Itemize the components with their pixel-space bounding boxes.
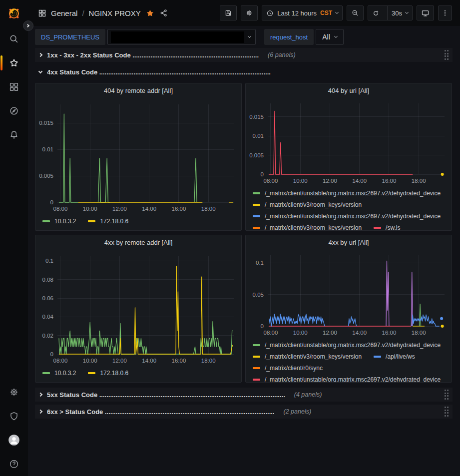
save-icon	[224, 9, 232, 17]
legend-item[interactable]: 10.0.3.2	[42, 370, 76, 377]
panels-grid: 404 by remote addr [All]08:0010:0012:001…	[35, 83, 453, 383]
cycle-view-mode-button[interactable]	[417, 5, 434, 20]
panel-404-by-remote-addr-all-: 404 by remote addr [All]08:0010:0012:001…	[35, 83, 242, 231]
row-header-4xx[interactable]: 4xx Status Code ........................…	[35, 65, 453, 79]
svg-text:08:00: 08:00	[53, 358, 68, 364]
panel-header: 404 by uri [All]	[246, 83, 452, 97]
time-series-chart[interactable]: 08:0010:0012:0014:0016:0018:0000.0050.01…	[35, 97, 241, 214]
more-options-button[interactable]	[438, 5, 452, 20]
legend-item[interactable]: /_matrix/client/unstable/org.matrix.msc2…	[253, 376, 441, 383]
sidebar-item-server-admin[interactable]	[0, 404, 28, 428]
refresh-interval-label: 30s	[392, 9, 402, 17]
panel-title[interactable]: 4xx by remote addr [All]	[104, 239, 173, 246]
breadcrumb-folder[interactable]: General	[51, 9, 77, 17]
sidebar-item-starred[interactable]	[0, 51, 28, 75]
legend-item[interactable]: 172.18.0.6	[88, 370, 128, 377]
svg-text:10:00: 10:00	[83, 358, 97, 364]
sidebar-item-dashboards[interactable]	[0, 75, 28, 99]
row-panel-count: (4 panels)	[294, 391, 322, 398]
panel-title[interactable]: 4xx by uri [All]	[329, 239, 369, 246]
panel-title[interactable]: 404 by remote addr [All]	[104, 87, 173, 94]
help-icon	[8, 459, 19, 470]
avatar	[7, 434, 20, 447]
row-header-1xx[interactable]: 1xx - 3xx - 2xx Status Code ............…	[35, 48, 453, 62]
legend-series-label: /api/live/ws	[386, 353, 415, 360]
legend-item[interactable]: /api/live/ws	[374, 353, 415, 360]
legend-series-label: /_matrix/client/unstable/org.matrix.msc2…	[265, 213, 441, 220]
svg-text:18:00: 18:00	[201, 206, 216, 212]
legend-item[interactable]: /_matrix/client/r0/sync	[253, 365, 323, 372]
row-header-6xx[interactable]: 6xx > Status Code ......................…	[35, 405, 453, 419]
panel-header: 4xx by uri [All]	[246, 235, 452, 249]
refresh-button[interactable]	[368, 6, 384, 20]
request-host-value: All	[322, 33, 330, 41]
time-series-chart[interactable]: 08:0010:0012:0014:0016:0018:0000.020.040…	[35, 249, 241, 366]
share-icon[interactable]	[159, 8, 168, 17]
chevron-right-icon	[38, 393, 42, 397]
save-dashboard-button[interactable]	[220, 5, 237, 20]
sidebar-item-search[interactable]	[0, 27, 28, 51]
legend-series-color	[253, 356, 260, 358]
row-panel-count: (6 panels)	[268, 51, 296, 58]
chevron-down-icon	[405, 10, 409, 14]
sidebar-item-help[interactable]	[0, 452, 28, 476]
legend-row: /_matrix/client/unstable/org.matrix.msc2…	[253, 341, 452, 349]
panel-header: 404 by remote addr [All]	[35, 83, 241, 97]
sidebar-item-configuration[interactable]	[0, 380, 28, 404]
sidebar-item-explore[interactable]	[0, 99, 28, 123]
sidebar-item-alerting[interactable]	[0, 123, 28, 147]
refresh-interval-picker[interactable]: 30s	[387, 6, 412, 20]
sidebar-item-profile[interactable]	[0, 428, 28, 452]
panel-title[interactable]: 404 by uri [All]	[328, 87, 369, 94]
dashboard-header: General / NGINX PROXY	[28, 0, 460, 26]
row-title: 1xx - 3xx - 2xx Status Code ............…	[47, 51, 259, 59]
dashboard-grid: 1xx - 3xx - 2xx Status Code ............…	[28, 48, 460, 476]
svg-text:18:00: 18:00	[201, 358, 216, 364]
legend-item[interactable]: /_matrix/client/unstable/org.matrix.msc2…	[253, 213, 441, 220]
zoom-out-time-button[interactable]	[347, 5, 364, 20]
chevron-right-icon	[38, 53, 42, 57]
legend-series-label: /_matrix/client/v3/room_keys/version	[265, 353, 362, 360]
legend-series-color	[253, 344, 260, 346]
legend-item[interactable]: 172.18.0.6	[88, 218, 128, 225]
legend-item[interactable]: /sw.js	[374, 224, 400, 231]
svg-text:16:00: 16:00	[382, 178, 397, 184]
variable-value-request-host[interactable]: All	[316, 29, 344, 45]
svg-text:0.015: 0.015	[39, 120, 53, 126]
row-header-5xx[interactable]: 5xx Status Code ........................…	[35, 388, 453, 402]
svg-text:16:00: 16:00	[172, 358, 186, 364]
legend-item[interactable]: 10.0.3.2	[42, 218, 76, 225]
legend-item[interactable]: /_matrix/client/v3/room_keys/version	[253, 201, 362, 208]
compass-icon	[8, 105, 19, 116]
row-panel-count: (2 panels)	[283, 408, 311, 415]
dashboard-settings-button[interactable]	[241, 5, 258, 20]
legend-item[interactable]: /_matrix/client/unstable/org.matrix.msc2…	[253, 342, 441, 349]
svg-text:0.01: 0.01	[253, 133, 264, 139]
row-drag-handle[interactable]	[445, 50, 449, 60]
row-drag-handle[interactable]	[445, 407, 449, 417]
search-icon	[8, 33, 19, 44]
legend-item[interactable]: /_matrix/client/unstable/org.matrix.msc2…	[253, 190, 441, 197]
legend-item[interactable]: /_matrix/client/v3/room_keys/version	[253, 353, 362, 360]
dashboard-variables-bar: DS_PROMETHEUS request_host All	[28, 26, 460, 48]
sidebar-expand-button[interactable]	[23, 20, 33, 31]
legend-item[interactable]: /_matrix/client/v3/room_keys/version	[253, 224, 362, 231]
svg-text:18:00: 18:00	[412, 330, 426, 336]
legend-row: /_matrix/client/r0/sync	[253, 364, 452, 372]
time-series-chart[interactable]: 08:0010:0012:0014:0016:0018:0000.050.1	[246, 249, 452, 338]
time-series-chart[interactable]: 08:0010:0012:0014:0016:0018:0000.0050.01…	[246, 97, 452, 186]
legend-row: /_matrix/client/v3/room_keys/version/api…	[253, 352, 452, 361]
time-range-picker[interactable]: Last 12 hours CST	[262, 5, 343, 20]
time-range-label: Last 12 hours	[277, 9, 317, 17]
legend-series-label: 10.0.3.2	[54, 370, 76, 377]
refresh-group: 30s	[368, 5, 413, 20]
favorite-star-icon[interactable]	[145, 8, 155, 18]
variable-value-ds-prometheus[interactable]	[107, 29, 256, 45]
svg-text:14:00: 14:00	[142, 206, 156, 212]
row-drag-handle[interactable]	[445, 390, 449, 400]
panel-404-by-uri-all-: 404 by uri [All]08:0010:0012:0014:0016:0…	[245, 83, 452, 231]
svg-text:0.08: 0.08	[42, 277, 53, 283]
svg-text:0.1: 0.1	[45, 258, 53, 264]
panel-legend: /_matrix/client/unstable/org.matrix.msc2…	[246, 186, 452, 230]
breadcrumb-dashboard-title[interactable]: NGINX PROXY	[89, 9, 141, 17]
